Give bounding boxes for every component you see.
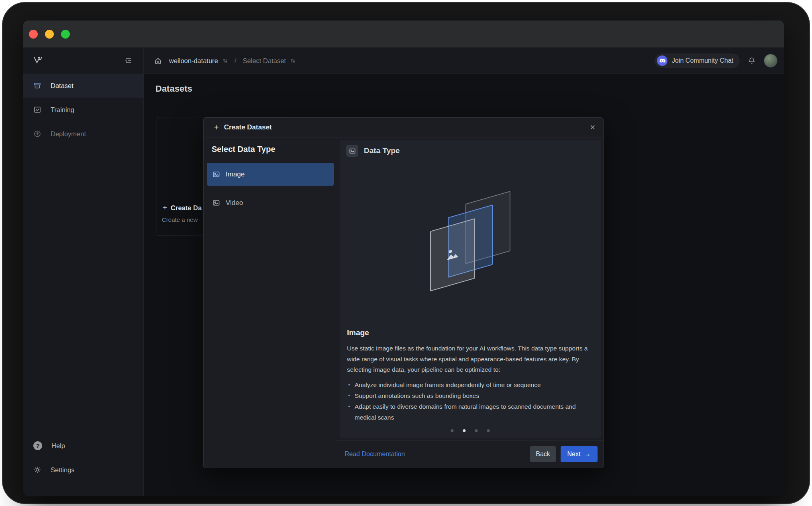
- sidebar-item-deployment[interactable]: Deployment: [23, 122, 143, 146]
- plus-icon: +: [163, 203, 167, 212]
- data-type-option-video[interactable]: Video: [207, 191, 334, 214]
- sidebar-bottom-section: ? Help Settings: [23, 434, 143, 496]
- data-type-list-panel: Select Data Type Image: [204, 137, 337, 468]
- sidebar-collapse-icon[interactable]: [124, 56, 133, 65]
- datature-logo-icon: [33, 56, 44, 66]
- sidebar: Dataset Training: [23, 48, 144, 496]
- screenshot-canvas: Dataset Training: [0, 0, 812, 506]
- deployment-icon: [33, 130, 41, 138]
- minimize-window-button[interactable]: [45, 30, 54, 39]
- sidebar-item-label: Settings: [51, 466, 75, 474]
- sidebar-item-label: Deployment: [51, 130, 86, 138]
- plus-icon: +: [214, 123, 219, 132]
- app-body: Dataset Training: [23, 48, 784, 496]
- option-label: Image: [226, 170, 245, 178]
- pagination-dots: [451, 429, 490, 432]
- home-icon[interactable]: [154, 57, 162, 65]
- data-type-detail-panel: Data Type: [337, 137, 603, 468]
- breadcrumb-workspace[interactable]: weiloon-datature: [169, 57, 218, 65]
- read-documentation-link[interactable]: Read Documentation: [345, 451, 405, 458]
- dataset-icon: [33, 82, 41, 90]
- sidebar-item-label: Dataset: [51, 82, 73, 90]
- data-type-header: Data Type: [346, 145, 400, 157]
- pagination-dot[interactable]: [475, 429, 478, 432]
- page-title: Datasets: [155, 84, 784, 94]
- image-icon: [346, 145, 358, 157]
- avatar[interactable]: [764, 54, 777, 68]
- section-description: Use static image files as the foundation…: [347, 343, 597, 375]
- data-type-heading: Data Type: [364, 146, 400, 155]
- illustration-sheet-front: [430, 218, 475, 291]
- window-titlebar: [23, 20, 784, 48]
- arrow-right-icon: →: [584, 450, 591, 458]
- page-switcher-icon[interactable]: [290, 58, 296, 64]
- data-type-detail-content: Data Type: [340, 140, 601, 438]
- join-chat-label: Join Community Chat: [672, 57, 733, 64]
- topbar: weiloon-datature / Select Dataset: [144, 48, 784, 74]
- pagination-dot[interactable]: [487, 429, 490, 432]
- sidebar-item-label: Training: [51, 106, 74, 114]
- notifications-bell-icon[interactable]: [748, 57, 756, 65]
- create-dataset-modal: + Create Dataset × Select Data Type: [203, 117, 604, 468]
- close-window-button[interactable]: [29, 30, 38, 39]
- app-window: Dataset Training: [23, 20, 784, 496]
- option-label: Video: [226, 199, 243, 207]
- workspace-switcher-icon[interactable]: [222, 58, 228, 64]
- image-stack-illustration: [424, 196, 517, 289]
- pagination-dot[interactable]: [451, 429, 454, 432]
- feature-item: Analyze individual image frames independ…: [347, 379, 597, 390]
- topbar-right-group: Join Community Chat: [655, 53, 777, 68]
- sidebar-item-dataset[interactable]: Dataset: [23, 74, 143, 98]
- sidebar-item-label: Help: [51, 442, 65, 450]
- section-heading: Image: [347, 327, 597, 338]
- discord-icon: [657, 55, 667, 66]
- select-data-type-heading: Select Data Type: [212, 145, 334, 154]
- video-icon: [212, 199, 220, 207]
- close-icon[interactable]: ×: [590, 123, 595, 132]
- create-dataset-card-subtitle: Create a new: [162, 216, 198, 223]
- modal-footer: Read Documentation Back Next →: [337, 440, 603, 468]
- feature-item: Support annotations such as bounding box…: [347, 390, 597, 401]
- sidebar-item-training[interactable]: Training: [23, 98, 143, 122]
- breadcrumb-separator: /: [235, 57, 237, 65]
- feature-item: Adapt easily to diverse domains from nat…: [347, 401, 597, 423]
- sidebar-item-help[interactable]: ? Help: [23, 434, 143, 458]
- image-icon: [212, 170, 220, 178]
- data-type-description-block: Image Use static image files as the foun…: [347, 327, 597, 423]
- modal-body: Select Data Type Image: [204, 137, 603, 468]
- sidebar-header: [23, 48, 143, 74]
- sidebar-item-settings[interactable]: Settings: [23, 458, 143, 482]
- next-button[interactable]: Next →: [561, 446, 598, 462]
- back-button[interactable]: Back: [530, 446, 556, 462]
- pagination-dot-active[interactable]: [463, 429, 466, 432]
- help-icon: ?: [33, 441, 42, 450]
- feature-list: Analyze individual image frames independ…: [347, 379, 597, 423]
- photo-icon: [443, 242, 462, 267]
- create-dataset-card-title: + Create Da: [163, 203, 202, 212]
- training-icon: [33, 106, 41, 114]
- breadcrumb-page[interactable]: Select Dataset: [243, 57, 286, 65]
- join-community-chat-button[interactable]: Join Community Chat: [655, 53, 740, 68]
- next-button-label: Next: [567, 451, 581, 458]
- gear-icon: [33, 466, 41, 474]
- modal-title: Create Dataset: [224, 123, 272, 131]
- zoom-window-button[interactable]: [61, 30, 70, 39]
- data-type-option-image[interactable]: Image: [207, 163, 334, 186]
- modal-header: + Create Dataset ×: [204, 118, 603, 137]
